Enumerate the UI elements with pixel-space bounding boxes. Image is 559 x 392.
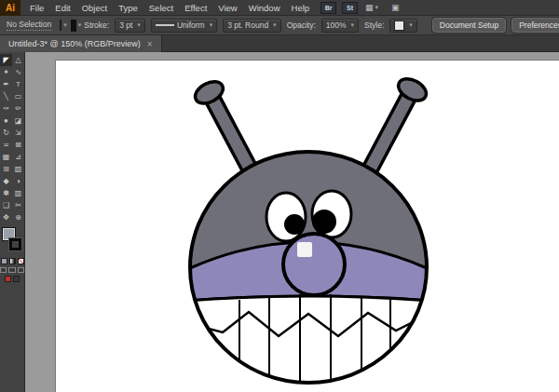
color-type-row [0, 258, 24, 264]
style-combo[interactable]: ▾ [389, 19, 417, 33]
screen-mode-button[interactable] [5, 276, 11, 282]
slice-tool[interactable]: ✂ [12, 199, 24, 211]
menu-help[interactable]: Help [286, 0, 316, 16]
drawing-modes-row [0, 267, 24, 273]
chevron-down-icon: ▾ [351, 21, 355, 29]
chevron-down-icon: ▾ [409, 21, 413, 29]
selection-tool[interactable]: ◤ [0, 54, 12, 66]
blob-brush-tool[interactable]: ● [0, 115, 12, 127]
draw-inside-button[interactable] [18, 267, 24, 273]
opacity-value: 100% [326, 20, 347, 30]
column-graph-tool[interactable]: ▥ [12, 187, 24, 199]
gpu-performance-icon[interactable]: ▣ [391, 3, 400, 12]
menu-select[interactable]: Select [143, 0, 179, 16]
chevron-down-icon[interactable]: ▾ [78, 21, 82, 29]
rectangle-tool[interactable]: ▭ [12, 90, 24, 102]
shape-builder-tool[interactable]: ▦ [0, 151, 12, 163]
screen-mode-full-button[interactable] [13, 276, 20, 282]
menu-bar: Ai File Edit Object Type Select Effect V… [0, 0, 559, 16]
mouth-shape[interactable] [174, 296, 443, 389]
preferences-button[interactable]: Preferences [511, 18, 559, 33]
style-swatch [394, 20, 404, 31]
document-setup-button[interactable]: Document Setup [432, 18, 506, 33]
brush-definition-value: Uniform [177, 20, 205, 30]
fill-stroke-indicator [0, 227, 24, 255]
rotate-tool[interactable]: ↻ [0, 127, 12, 139]
variable-width-profile-combo[interactable]: 3 pt. Round ▾ [223, 19, 280, 33]
opacity-label: Opacity: [287, 20, 316, 30]
free-transform-tool[interactable]: ⊠ [12, 139, 24, 151]
pupil-right-shape[interactable] [312, 210, 336, 234]
stroke-color-swatch[interactable] [71, 20, 76, 32]
stock-badge[interactable]: St [342, 2, 358, 14]
screen-mode-row [0, 276, 24, 282]
style-label: Style: [364, 20, 384, 30]
gradient-button[interactable] [9, 258, 16, 264]
mesh-tool[interactable]: ⊞ [0, 163, 12, 175]
stroke-weight-combo[interactable]: 3 pt ▾ [115, 19, 145, 33]
pen-tool[interactable]: ✒ [0, 78, 12, 90]
menu-effect[interactable]: Effect [179, 0, 212, 16]
perspective-grid-tool[interactable]: ⊿ [12, 151, 24, 163]
character-baikinman[interactable] [174, 74, 443, 389]
gradient-tool[interactable]: ▧ [12, 163, 24, 175]
hand-tool[interactable]: ✥ [0, 211, 12, 223]
zoom-tool[interactable]: ⊕ [12, 211, 24, 223]
stroke-swatch[interactable] [9, 238, 21, 250]
document-tab[interactable]: Untitled-3* @ 150% (RGB/Preview) × [0, 35, 162, 52]
document-tab-title: Untitled-3* @ 150% (RGB/Preview) [8, 39, 141, 48]
artwork-svg [25, 52, 559, 392]
eyedropper-tool[interactable]: ◆ [0, 175, 12, 187]
menu-type[interactable]: Type [113, 0, 143, 16]
draw-behind-button[interactable] [8, 267, 15, 273]
arrange-documents-icon[interactable]: ▦ [365, 3, 374, 12]
bridge-badge[interactable]: Br [320, 2, 336, 14]
chevron-down-icon: ▾ [137, 21, 141, 29]
menu-view[interactable]: View [212, 0, 242, 16]
variable-width-value: 3 pt. Round [227, 20, 268, 30]
opacity-combo[interactable]: 100% ▾ [321, 19, 359, 33]
magic-wand-tool[interactable]: ✦ [0, 66, 12, 78]
symbol-sprayer-tool[interactable]: ✽ [0, 187, 12, 199]
chevron-down-icon: ▾ [210, 21, 213, 29]
pupil-left-shape[interactable] [284, 214, 305, 235]
nose-shape[interactable] [283, 234, 345, 295]
chevron-down-icon: ▾ [273, 21, 277, 29]
brush-definition-combo[interactable]: Uniform ▾ [151, 19, 217, 33]
pencil-tool[interactable]: ✏ [12, 102, 24, 115]
illustrator-logo[interactable]: Ai [0, 0, 20, 16]
stroke-weight-value: 3 pt [119, 20, 132, 30]
scale-tool[interactable]: ⇲ [12, 127, 24, 139]
width-tool[interactable]: ≍ [0, 139, 12, 151]
blend-tool[interactable]: ◑ [12, 175, 24, 187]
lasso-tool[interactable]: ∿ [12, 66, 24, 78]
type-tool[interactable]: T [12, 78, 24, 90]
artboard-tool[interactable]: ❏ [0, 199, 12, 211]
color-button[interactable] [1, 258, 7, 264]
menu-edit[interactable]: Edit [49, 0, 75, 16]
tools-panel: ◤ △ ✦ ∿ ✒ T ╲ ▭ ✑ ✏ ● ◪ ↻ ⇲ ≍ ⊠ ▦ ⊿ ⊞ ▧ … [0, 52, 25, 392]
fill-color-swatch[interactable] [60, 20, 61, 31]
draw-normal-button[interactable] [0, 267, 7, 273]
nose-highlight-shape[interactable] [297, 242, 312, 257]
control-bar: No Selection ▾ ▾ Stroke: 3 pt ▾ Uniform … [0, 16, 559, 35]
stroke-label: Stroke: [84, 20, 109, 30]
document-tab-bar: Untitled-3* @ 150% (RGB/Preview) × [0, 35, 559, 52]
menu-window[interactable]: Window [243, 0, 286, 16]
close-icon[interactable]: × [147, 39, 153, 49]
canvas-area[interactable] [25, 52, 559, 392]
selection-status-label: No Selection [7, 20, 51, 31]
none-button[interactable] [18, 258, 24, 264]
tools-grid: ◤ △ ✦ ∿ ✒ T ╲ ▭ ✑ ✏ ● ◪ ↻ ⇲ ≍ ⊠ ▦ ⊿ ⊞ ▧ … [0, 52, 24, 223]
direct-selection-tool[interactable]: △ [12, 54, 24, 66]
brush-stroke-preview [156, 24, 174, 26]
menu-object[interactable]: Object [76, 0, 113, 16]
menu-file[interactable]: File [24, 0, 49, 16]
chevron-down-icon[interactable]: ▾ [63, 21, 67, 29]
eraser-tool[interactable]: ◪ [12, 115, 24, 127]
paintbrush-tool[interactable]: ✑ [0, 102, 12, 115]
chevron-down-icon[interactable]: ▾ [375, 4, 379, 11]
line-segment-tool[interactable]: ╲ [0, 90, 12, 102]
